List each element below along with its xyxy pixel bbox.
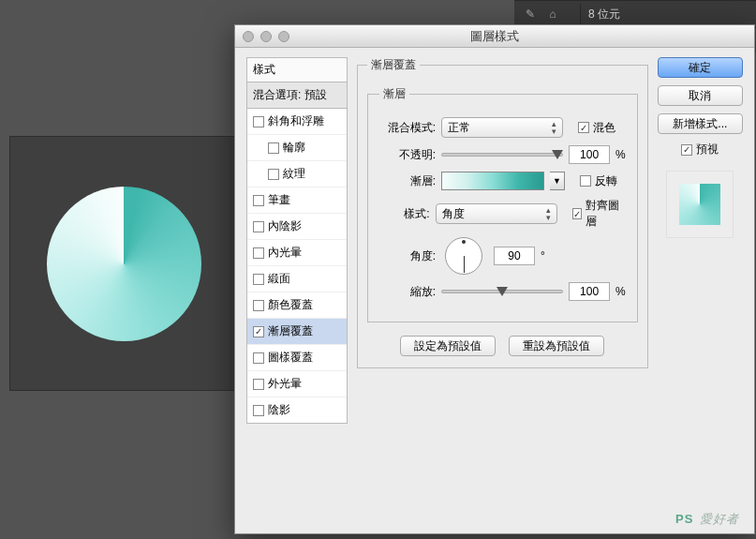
layer-style-dialog: 圖層樣式 樣式 混合選項: 預設 斜角和浮雕輪廓紋理筆畫內陰影內光暈緞面顏色覆蓋… xyxy=(234,24,755,534)
opacity-slider[interactable] xyxy=(441,146,563,163)
checkbox-icon xyxy=(268,169,279,180)
gradient-dropdown[interactable]: ▼ xyxy=(550,172,565,190)
canvas-shape-preview xyxy=(47,187,201,341)
dialog-titlebar: 圖層樣式 xyxy=(235,25,754,48)
divider xyxy=(580,4,581,24)
blend-mode-select[interactable]: 正常 ▴▾ xyxy=(441,117,563,138)
close-window[interactable] xyxy=(243,31,254,42)
style-item[interactable]: 輪廓 xyxy=(247,135,347,161)
align-checkbox[interactable]: 對齊圖層 xyxy=(572,198,626,230)
dither-checkbox[interactable]: 混色 xyxy=(578,120,615,136)
dialog-title: 圖層樣式 xyxy=(470,28,519,45)
tool-icons: ✎ ⌂ xyxy=(522,6,561,22)
checkbox-icon xyxy=(253,221,264,232)
style-item[interactable]: 顏色覆蓋 xyxy=(247,292,347,319)
style-item-label: 斜角和浮雕 xyxy=(268,113,324,129)
bit-depth-label: 8 位元 xyxy=(588,7,620,22)
watermark: PS 愛好者 xyxy=(675,511,739,528)
settings-column: 漸層覆蓋 漸層 混合模式: 正常 ▴▾ 混色 xyxy=(357,57,648,524)
checkbox-icon xyxy=(253,274,264,285)
new-style-button[interactable]: 新增樣式... xyxy=(658,113,743,134)
style-item[interactable]: 緞面 xyxy=(247,266,347,292)
group-title: 漸層覆蓋 xyxy=(367,57,420,73)
style-item-label: 輪廓 xyxy=(283,140,305,156)
reverse-checkbox[interactable]: 反轉 xyxy=(580,173,617,189)
percent-2: % xyxy=(615,285,626,298)
style-item[interactable]: 紋理 xyxy=(247,161,347,187)
dialog-right-column: 確定 取消 新增樣式... 預視 xyxy=(658,57,743,524)
watermark-text: 愛好者 xyxy=(700,512,739,526)
style-item[interactable]: 斜角和浮雕 xyxy=(247,109,347,135)
checkbox-icon xyxy=(253,247,264,259)
checkbox-icon xyxy=(253,116,264,127)
zoom-window[interactable] xyxy=(278,31,289,42)
preview-label: 預視 xyxy=(696,142,719,157)
minimize-window[interactable] xyxy=(260,31,272,42)
angle-input[interactable] xyxy=(494,247,535,265)
style-item-label: 圖樣覆蓋 xyxy=(268,350,313,366)
canvas xyxy=(9,136,238,391)
select-arrows-icon: ▴▾ xyxy=(552,120,556,135)
style-item[interactable]: 筆畫 xyxy=(247,187,347,214)
blend-mode-value: 正常 xyxy=(448,120,470,136)
sub-title: 漸層 xyxy=(379,86,409,102)
angle-label: 角度: xyxy=(379,248,436,264)
gradient-swatch[interactable] xyxy=(441,172,544,190)
style-item[interactable]: 內陰影 xyxy=(247,214,347,240)
tool-icon-1[interactable]: ✎ xyxy=(522,6,539,22)
checkbox-icon xyxy=(681,144,692,156)
style-item-label: 內光暈 xyxy=(268,245,302,261)
style-label: 樣式: xyxy=(379,206,430,222)
gradient-label: 漸層: xyxy=(379,173,436,189)
style-item[interactable]: 外光暈 xyxy=(247,371,347,397)
style-item[interactable]: 陰影 xyxy=(247,397,347,423)
style-item[interactable]: 漸層覆蓋 xyxy=(247,319,347,345)
checkbox-icon xyxy=(253,326,264,337)
percent-1: % xyxy=(615,148,626,161)
style-item-label: 紋理 xyxy=(283,166,305,182)
checkbox-icon xyxy=(253,405,264,416)
cancel-button[interactable]: 取消 xyxy=(658,85,743,106)
style-item-label: 筆畫 xyxy=(268,192,290,208)
dither-label: 混色 xyxy=(593,120,615,136)
style-item-label: 緞面 xyxy=(268,271,290,287)
align-label: 對齊圖層 xyxy=(586,198,625,230)
scale-input[interactable] xyxy=(569,282,610,301)
checkbox-icon xyxy=(253,379,264,390)
checkbox-icon xyxy=(253,352,264,364)
make-default-button[interactable]: 設定為預設值 xyxy=(400,336,496,356)
checkbox-icon xyxy=(578,122,589,133)
blend-options-default[interactable]: 混合選項: 預設 xyxy=(246,82,348,109)
styles-header[interactable]: 樣式 xyxy=(246,57,348,82)
preview-shape xyxy=(679,184,720,225)
styles-column: 樣式 混合選項: 預設 斜角和浮雕輪廓紋理筆畫內陰影內光暈緞面顏色覆蓋漸層覆蓋圖… xyxy=(246,57,348,524)
preview-checkbox[interactable]: 預視 xyxy=(658,142,743,157)
reset-default-button[interactable]: 重設為預設值 xyxy=(509,336,604,356)
preview-thumbnail xyxy=(666,171,734,238)
style-item[interactable]: 圖樣覆蓋 xyxy=(247,345,347,371)
scale-slider[interactable] xyxy=(441,283,563,300)
style-select[interactable]: 角度 ▴▾ xyxy=(436,203,557,224)
gradient-subgroup: 漸層 混合模式: 正常 ▴▾ 混色 不透明: xyxy=(367,86,638,322)
reverse-label: 反轉 xyxy=(595,173,617,189)
checkbox-icon xyxy=(253,195,264,206)
checkbox-icon xyxy=(572,208,583,219)
styles-list: 斜角和浮雕輪廓紋理筆畫內陰影內光暈緞面顏色覆蓋漸層覆蓋圖樣覆蓋外光暈陰影 xyxy=(246,109,348,424)
style-item-label: 陰影 xyxy=(268,402,290,418)
checkbox-icon xyxy=(253,300,264,311)
style-item-label: 外光暈 xyxy=(268,376,302,392)
gradient-overlay-group: 漸層覆蓋 漸層 混合模式: 正常 ▴▾ 混色 xyxy=(357,57,648,368)
angle-dial[interactable] xyxy=(445,237,482,275)
style-item-label: 內陰影 xyxy=(268,218,302,234)
degree-symbol: ° xyxy=(541,249,545,262)
ok-button[interactable]: 確定 xyxy=(658,57,743,78)
opacity-input[interactable] xyxy=(569,145,610,164)
window-controls xyxy=(243,31,289,42)
opacity-label: 不透明: xyxy=(379,147,436,163)
style-item[interactable]: 內光暈 xyxy=(247,240,347,266)
style-item-label: 漸層覆蓋 xyxy=(268,323,313,339)
checkbox-icon xyxy=(580,175,591,187)
tool-icon-2[interactable]: ⌂ xyxy=(544,6,561,22)
checkbox-icon xyxy=(268,142,279,154)
style-value: 角度 xyxy=(442,206,465,222)
